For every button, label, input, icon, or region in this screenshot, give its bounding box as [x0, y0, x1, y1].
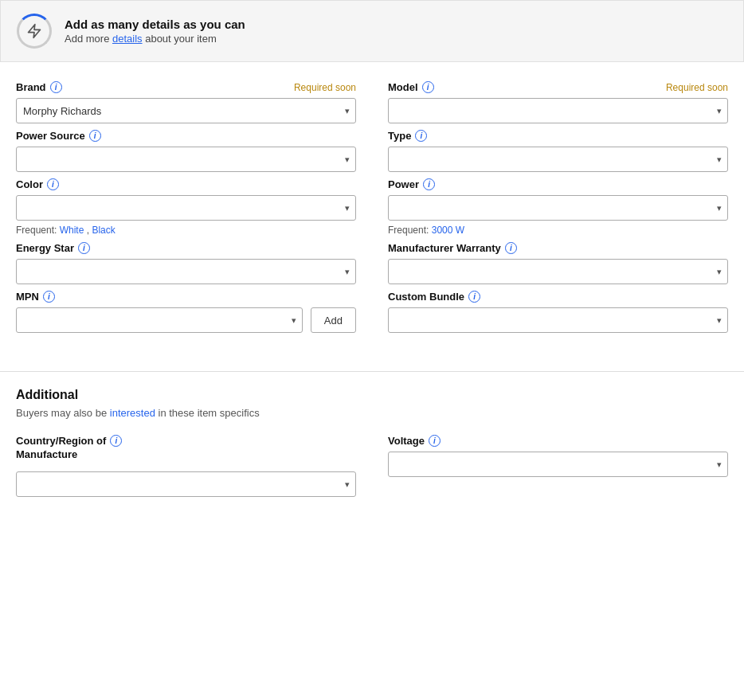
- type-info-icon[interactable]: i: [415, 130, 427, 142]
- warranty-label-left: Manufacturer Warranty i: [388, 242, 517, 254]
- warranty-label-row: Manufacturer Warranty i: [388, 242, 728, 254]
- type-select[interactable]: [388, 147, 728, 172]
- field-mpn: MPN i ▾ Add: [16, 291, 356, 333]
- voltage-label-text: Voltage: [388, 435, 425, 447]
- custom-bundle-label-text: Custom Bundle: [388, 291, 464, 303]
- color-frequent-black[interactable]: Black: [92, 225, 115, 236]
- field-type: Type i ▾: [388, 130, 728, 172]
- main-form: Brand i Required soon Morphy Richards Ph…: [0, 81, 744, 355]
- warranty-select[interactable]: 1 Year 2 Years 3 Years No Warranty: [388, 259, 728, 284]
- row-mpn-bundle: MPN i ▾ Add Custom Bundle i: [16, 291, 728, 333]
- additional-title: Additional: [16, 388, 728, 402]
- country-label-row: Country/Region ofManufacture i: [16, 435, 356, 467]
- color-frequent-row: Frequent: White , Black: [16, 225, 356, 236]
- progress-icon-circle: [17, 14, 52, 49]
- row-power-source-type: Power Source i Electric Battery Manual S…: [16, 130, 728, 172]
- country-info-icon[interactable]: i: [110, 435, 122, 447]
- brand-info-icon[interactable]: i: [50, 81, 62, 93]
- color-info-icon[interactable]: i: [47, 178, 59, 190]
- brand-select[interactable]: Morphy Richards Philips Bosch Samsung: [16, 98, 356, 123]
- field-power: Power i 3000 W 2000 W 1500 W 1000 W ▾ Fr…: [388, 178, 728, 236]
- type-label-text: Type: [388, 130, 411, 142]
- energy-star-label-text: Energy Star: [16, 242, 74, 254]
- color-label-text: Color: [16, 178, 43, 190]
- model-label-row: Model i Required soon: [388, 81, 728, 93]
- header-subtitle: Add more details about your item: [65, 33, 245, 45]
- additional-subtitle-link[interactable]: interested: [110, 407, 155, 419]
- brand-required-soon: Required soon: [294, 82, 356, 93]
- field-custom-bundle: Custom Bundle i Yes No ▾: [388, 291, 728, 333]
- power-select-wrapper: 3000 W 2000 W 1500 W 1000 W ▾: [388, 195, 728, 221]
- header-subtitle-link[interactable]: details: [112, 33, 143, 45]
- model-select-wrapper: ▾: [388, 98, 728, 123]
- power-frequent-label: Frequent:: [388, 225, 432, 236]
- warranty-label-text: Manufacturer Warranty: [388, 242, 501, 254]
- field-power-source: Power Source i Electric Battery Manual S…: [16, 130, 356, 172]
- field-brand: Brand i Required soon Morphy Richards Ph…: [16, 81, 356, 123]
- power-source-select-wrapper: Electric Battery Manual Solar ▾: [16, 147, 356, 172]
- type-label-left: Type i: [388, 130, 427, 142]
- voltage-label-row: Voltage i: [388, 435, 728, 447]
- power-label-text: Power: [388, 178, 419, 190]
- type-select-wrapper: ▾: [388, 147, 728, 172]
- custom-bundle-label-left: Custom Bundle i: [388, 291, 480, 303]
- brand-label-left: Brand i: [16, 81, 62, 93]
- power-select[interactable]: 3000 W 2000 W 1500 W 1000 W: [388, 195, 728, 221]
- custom-bundle-info-icon[interactable]: i: [468, 291, 480, 303]
- mpn-label-text: MPN: [16, 291, 39, 303]
- type-label-row: Type i: [388, 130, 728, 142]
- model-label-left: Model i: [388, 81, 434, 93]
- field-voltage: Voltage i 220V 110V 240V ▾: [388, 435, 728, 497]
- voltage-select-wrapper: 220V 110V 240V ▾: [388, 452, 728, 477]
- bolt-icon: [26, 23, 42, 39]
- mpn-input-row: ▾ Add: [16, 307, 356, 333]
- color-frequent-white[interactable]: White: [60, 225, 84, 236]
- mpn-label-row: MPN i: [16, 291, 356, 303]
- power-info-icon[interactable]: i: [423, 178, 435, 190]
- field-country-region: Country/Region ofManufacture i United Ki…: [16, 435, 356, 497]
- power-frequent-3000w[interactable]: 3000 W: [432, 225, 464, 236]
- header-banner: Add as many details as you can Add more …: [0, 0, 744, 62]
- voltage-label-left: Voltage i: [388, 435, 441, 447]
- power-source-select[interactable]: Electric Battery Manual Solar: [16, 147, 356, 172]
- brand-label-text: Brand: [16, 81, 46, 93]
- model-select[interactable]: [388, 98, 728, 123]
- country-label-text: Country/Region ofManufacture: [16, 435, 106, 462]
- field-energy-star: Energy Star i Yes No ▾: [16, 242, 356, 284]
- energy-star-info-icon[interactable]: i: [78, 242, 90, 254]
- power-source-info-icon[interactable]: i: [89, 130, 101, 142]
- energy-star-label-row: Energy Star i: [16, 242, 356, 254]
- additional-subtitle: Buyers may also be interested in these i…: [16, 407, 728, 419]
- warranty-info-icon[interactable]: i: [505, 242, 517, 254]
- header-text: Add as many details as you can Add more …: [65, 18, 245, 45]
- color-label-row: Color i: [16, 178, 356, 190]
- field-manufacturer-warranty: Manufacturer Warranty i 1 Year 2 Years 3…: [388, 242, 728, 284]
- voltage-select[interactable]: 220V 110V 240V: [388, 452, 728, 477]
- power-label-left: Power i: [388, 178, 435, 190]
- energy-star-select[interactable]: Yes No: [16, 259, 356, 284]
- section-divider: [0, 371, 744, 372]
- mpn-info-icon[interactable]: i: [43, 291, 55, 303]
- country-select-wrapper: United Kingdom Germany China USA ▾: [16, 471, 356, 497]
- color-label-left: Color i: [16, 178, 59, 190]
- additional-section: Additional Buyers may also be interested…: [0, 388, 744, 519]
- svg-marker-0: [29, 25, 41, 38]
- warranty-select-wrapper: 1 Year 2 Years 3 Years No Warranty ▾: [388, 259, 728, 284]
- row-energy-warranty: Energy Star i Yes No ▾ Manufacturer Warr…: [16, 242, 728, 284]
- power-frequent-row: Frequent: 3000 W: [388, 225, 728, 236]
- mpn-add-button[interactable]: Add: [311, 307, 356, 333]
- field-color: Color i White Black Silver Red ▾ Frequen…: [16, 178, 356, 236]
- model-info-icon[interactable]: i: [422, 81, 434, 93]
- color-select[interactable]: White Black Silver Red: [16, 195, 356, 221]
- row-country-voltage: Country/Region ofManufacture i United Ki…: [16, 435, 728, 497]
- power-source-label-left: Power Source i: [16, 130, 101, 142]
- row-brand-model: Brand i Required soon Morphy Richards Ph…: [16, 81, 728, 123]
- country-select[interactable]: United Kingdom Germany China USA: [16, 471, 356, 497]
- mpn-select[interactable]: [16, 307, 303, 333]
- custom-bundle-select[interactable]: Yes No: [388, 307, 728, 333]
- custom-bundle-select-wrapper: Yes No ▾: [388, 307, 728, 333]
- mpn-label-left: MPN i: [16, 291, 55, 303]
- voltage-info-icon[interactable]: i: [429, 435, 441, 447]
- header-title: Add as many details as you can: [65, 18, 245, 31]
- color-frequent-label: Frequent:: [16, 225, 60, 236]
